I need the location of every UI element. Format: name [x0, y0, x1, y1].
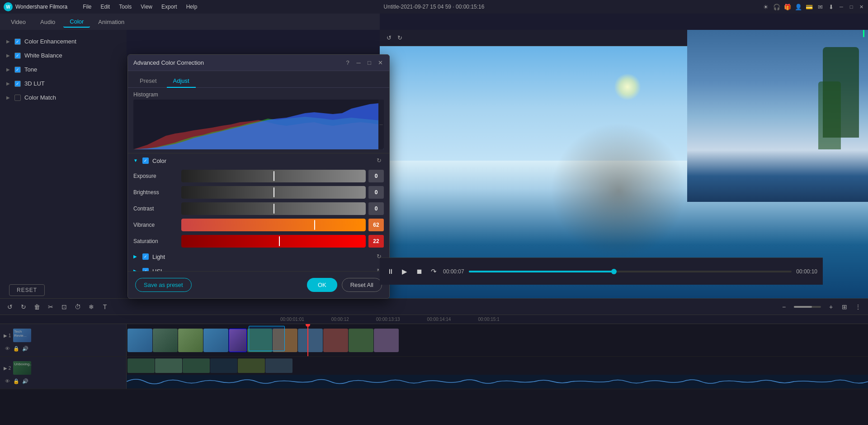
- stop-square-button[interactable]: ⏹: [414, 267, 424, 277]
- contrast-value[interactable]: 0: [368, 202, 384, 215]
- clip-2-1[interactable]: [127, 358, 155, 373]
- redo-tool[interactable]: ↻: [18, 301, 29, 312]
- color-section-checkbox[interactable]: ✓: [142, 158, 149, 164]
- delete-tool[interactable]: 🗑: [32, 301, 42, 312]
- maximize-button[interactable]: □: [848, 4, 854, 10]
- modal-minimize-icon[interactable]: ─: [355, 59, 362, 67]
- checkbox-3d-lut[interactable]: ✓: [14, 81, 21, 87]
- tab-video[interactable]: Video: [5, 17, 32, 27]
- clip-2-6[interactable]: [265, 358, 292, 373]
- modal-help-icon[interactable]: ?: [344, 59, 351, 67]
- progress-bar[interactable]: [469, 271, 792, 272]
- contrast-slider[interactable]: [181, 202, 366, 215]
- clip-2-3[interactable]: [183, 358, 210, 373]
- panel-item-color-enhancement[interactable]: ▶ ✓ Color Enhancement: [0, 34, 127, 48]
- panel-item-color-match[interactable]: ▶ Color Match: [0, 91, 127, 105]
- text-tool[interactable]: T: [99, 301, 110, 312]
- track-visible-2[interactable]: 👁: [4, 377, 11, 385]
- modal-maximize-icon[interactable]: □: [366, 59, 373, 67]
- menu-file[interactable]: File: [79, 3, 95, 11]
- forward-button[interactable]: ↷: [429, 267, 439, 277]
- menu-view[interactable]: View: [137, 3, 156, 11]
- menu-tools[interactable]: Tools: [115, 3, 135, 11]
- crop-tool[interactable]: ⊡: [59, 301, 70, 312]
- brightness-slider[interactable]: [181, 186, 366, 199]
- clip-2-4[interactable]: [210, 358, 237, 373]
- color-section-reset-icon[interactable]: ↻: [377, 157, 384, 164]
- track-audio-1[interactable]: 🔊: [22, 345, 29, 352]
- exposure-slider[interactable]: [181, 170, 366, 182]
- play-button[interactable]: ▶: [400, 267, 410, 277]
- card-icon[interactable]: 💳: [806, 3, 813, 10]
- modal-close-icon[interactable]: ✕: [377, 59, 384, 67]
- cut-tool[interactable]: ✂: [45, 301, 56, 312]
- clip-2-2[interactable]: [155, 358, 182, 373]
- clip-1-5[interactable]: [229, 329, 247, 352]
- checkbox-tone[interactable]: ✓: [14, 67, 21, 73]
- panel-item-3d-lut[interactable]: ▶ ✓ 3D LUT: [0, 76, 127, 91]
- close-button[interactable]: ✕: [858, 4, 864, 10]
- clip-1-10[interactable]: [349, 329, 373, 352]
- track-body-2[interactable]: [127, 357, 868, 389]
- light-section-checkbox[interactable]: ✓: [142, 253, 149, 260]
- exposure-value[interactable]: 0: [368, 170, 384, 182]
- saturation-slider[interactable]: [181, 235, 366, 248]
- vibrance-slider[interactable]: [181, 219, 366, 231]
- modal-controls: ? ─ □ ✕: [344, 59, 384, 67]
- download-icon[interactable]: ⬇: [827, 3, 835, 10]
- redo-icon[interactable]: ↻: [396, 34, 403, 42]
- user-icon[interactable]: 👤: [795, 3, 802, 10]
- stop-button[interactable]: ⏸: [385, 267, 395, 277]
- undo-icon[interactable]: ↺: [385, 34, 392, 42]
- track-lock-2[interactable]: 🔒: [13, 377, 20, 385]
- reset-all-button[interactable]: Reset All: [342, 278, 382, 292]
- clip-1-4[interactable]: [203, 329, 228, 352]
- ok-button[interactable]: OK: [307, 278, 337, 292]
- tab-audio[interactable]: Audio: [34, 17, 61, 27]
- reset-button[interactable]: RESET: [9, 284, 45, 296]
- clip-1-9[interactable]: [323, 329, 348, 352]
- track-lock-1[interactable]: 🔒: [13, 345, 20, 352]
- track-visible-1[interactable]: 👁: [4, 345, 11, 352]
- clip-2-5[interactable]: [238, 358, 265, 373]
- track-body-1[interactable]: [127, 324, 868, 356]
- light-section-header[interactable]: ▶ ✓ Light ↻: [128, 249, 389, 264]
- modal-tab-preset[interactable]: Preset: [133, 75, 163, 88]
- checkbox-color-enhancement[interactable]: ✓: [14, 38, 21, 45]
- clip-1-1[interactable]: [127, 329, 152, 352]
- checkbox-white-balance[interactable]: ✓: [14, 53, 21, 59]
- clip-1-2[interactable]: [153, 329, 178, 352]
- zoom-in-tool[interactable]: +: [826, 301, 836, 312]
- vibrance-value[interactable]: 62: [368, 219, 384, 231]
- menu-export[interactable]: Export: [158, 3, 181, 11]
- color-section-header[interactable]: ▼ ✓ Color ↻: [128, 153, 389, 168]
- notification-icon[interactable]: ☀: [762, 3, 769, 10]
- panel-item-tone[interactable]: ▶ ✓ Tone: [0, 62, 127, 76]
- save-preset-button[interactable]: Save as preset: [135, 278, 192, 292]
- clip-1-8[interactable]: [298, 329, 323, 352]
- modal-tab-adjust[interactable]: Adjust: [167, 75, 196, 88]
- zoom-slider[interactable]: [794, 306, 821, 308]
- tab-animation[interactable]: Animation: [92, 17, 131, 27]
- track-audio-2[interactable]: 🔊: [22, 377, 29, 385]
- freeze-tool[interactable]: ❄: [86, 301, 97, 312]
- saturation-value[interactable]: 22: [368, 235, 384, 248]
- brightness-value[interactable]: 0: [368, 186, 384, 199]
- zoom-out-tool[interactable]: −: [778, 301, 789, 312]
- minimize-button[interactable]: ─: [838, 4, 844, 10]
- message-icon[interactable]: ✉: [816, 3, 824, 10]
- account-icon[interactable]: 🎧: [773, 3, 780, 10]
- undo-tool[interactable]: ↺: [5, 301, 15, 312]
- clip-1-11[interactable]: [374, 329, 399, 352]
- menu-edit[interactable]: Edit: [97, 3, 114, 11]
- histogram-collapse-handle[interactable]: ─: [378, 100, 384, 149]
- panel-item-white-balance[interactable]: ▶ ✓ White Balance: [0, 48, 127, 62]
- purchase-icon[interactable]: 🎁: [784, 3, 791, 10]
- more-options-tool[interactable]: ⋮: [853, 301, 863, 312]
- clip-1-3[interactable]: [178, 329, 203, 352]
- tab-color[interactable]: Color: [63, 16, 90, 28]
- menu-help[interactable]: Help: [183, 3, 201, 11]
- speed-tool[interactable]: ⏱: [72, 301, 83, 312]
- fit-tool[interactable]: ⊞: [839, 301, 850, 312]
- checkbox-color-match[interactable]: [14, 95, 21, 101]
